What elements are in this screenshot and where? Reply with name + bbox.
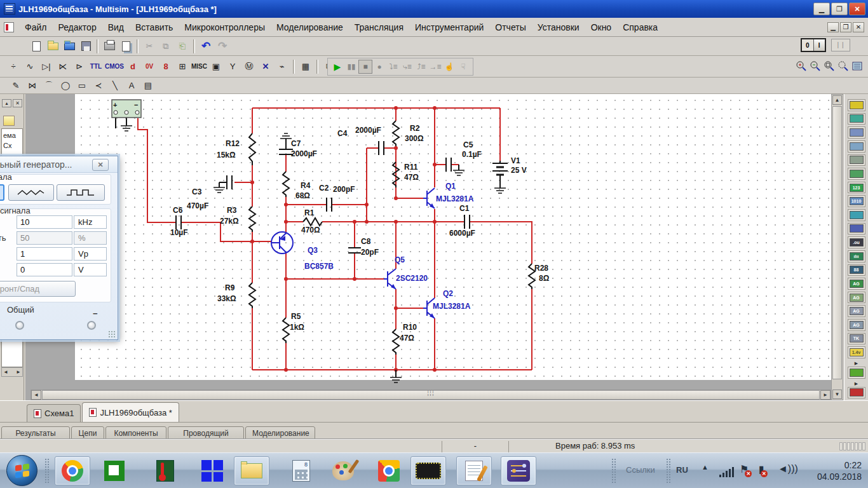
place-indicator-button[interactable]: 0V <box>141 59 158 74</box>
rise-fall-button[interactable]: Фронт/Спад <box>0 281 76 297</box>
place-comment-button[interactable]: ▤ <box>140 78 156 93</box>
scroll-up-icon[interactable]: ▲ <box>832 95 842 105</box>
place-shape-button[interactable]: ⋈ <box>24 78 41 93</box>
component-designator[interactable]: Q5 <box>395 255 405 264</box>
draw-polyline-button[interactable]: ≺ <box>90 78 107 93</box>
component-value[interactable]: 68Ω <box>295 191 310 200</box>
frequency-input[interactable] <box>17 215 72 229</box>
vertical-scroll-thumb[interactable] <box>832 106 842 379</box>
taskbar-grip[interactable] <box>44 458 50 484</box>
taskbar-notepad-button[interactable] <box>456 456 492 485</box>
component-designator[interactable]: C8 <box>361 237 370 246</box>
tray-clock[interactable]: 0:22 04.09.2018 <box>817 459 862 482</box>
dialog-resize-grip[interactable] <box>108 330 116 338</box>
run-simulation-button[interactable]: ▶ <box>330 60 344 74</box>
labview-instrument-dropdown-icon[interactable]: ▶ <box>852 381 861 387</box>
component-designator[interactable]: R9 <box>225 283 234 292</box>
pause-simulation-button[interactable]: ▮▮ <box>344 60 358 74</box>
component-value[interactable]: 300Ω <box>405 134 424 143</box>
menu-options[interactable]: Установки <box>532 20 585 35</box>
place-source-button[interactable]: ÷ <box>5 59 22 74</box>
menu-place[interactable]: Вставить <box>130 20 179 35</box>
scroll-right-icon[interactable]: ► <box>820 390 831 400</box>
canvas-horizontal-scrollbar[interactable]: ◄ ► <box>31 390 831 400</box>
component-value[interactable]: 2SC2120 <box>396 274 428 283</box>
menu-file[interactable]: Файл <box>19 20 52 35</box>
instrument-oscilloscope[interactable] <box>848 140 865 152</box>
component-value[interactable]: 8Ω <box>539 274 549 283</box>
instrument-agilent-oscilloscope[interactable]: AG <box>848 319 865 331</box>
redo-button[interactable]: ↷ <box>214 39 231 54</box>
component-value[interactable]: 6000µF <box>449 229 475 238</box>
menu-window[interactable]: Окно <box>585 20 618 35</box>
component-value[interactable]: 47Ω <box>400 334 414 342</box>
instrument-iv-analyzer[interactable]: .ou <box>848 236 865 248</box>
offset-input[interactable] <box>17 263 72 276</box>
draw-line-button[interactable]: ╲ <box>107 78 123 93</box>
record-button[interactable]: ● <box>372 60 386 74</box>
instrument-word-generator[interactable]: 1010 <box>848 195 865 207</box>
instrument-function-generator[interactable] <box>848 113 865 125</box>
instrument-logic-converter[interactable] <box>848 209 865 221</box>
tab-copper-layers[interactable]: Проводящий слой <box>168 426 244 438</box>
component-designator[interactable]: Q2 <box>443 289 453 298</box>
step-into-button[interactable]: ⤵≡ <box>386 60 400 74</box>
component-value[interactable]: 2000µF <box>291 149 317 158</box>
instrument-measurement-probe[interactable]: 1.4v <box>848 346 865 358</box>
function-generator-dialog[interactable]: Функциональный генератор... ✕ Форма сигн… <box>0 156 118 340</box>
place-diode-button[interactable]: ▷| <box>38 59 55 74</box>
instrument-agilent-multimeter[interactable]: AG <box>848 305 865 317</box>
fullscreen-button[interactable] <box>850 59 864 73</box>
instrument-spectrum-analyzer[interactable]: 88 <box>848 264 865 276</box>
draw-rectangle-button[interactable]: ▭ <box>74 78 90 93</box>
undo-button[interactable]: ↶ <box>198 39 214 54</box>
network-signal-icon[interactable] <box>719 467 734 477</box>
tray-grip[interactable] <box>666 458 671 484</box>
common-terminal[interactable] <box>15 321 24 330</box>
tab-results[interactable]: Результаты <box>1 426 70 438</box>
zoom-fit-button[interactable] <box>836 59 850 73</box>
remove-breakpoint-button[interactable]: ☟ <box>456 60 470 74</box>
component-value[interactable]: 470µF <box>187 201 208 210</box>
tab-jlh1969[interactable]: JLH1969общбаза * <box>82 402 179 422</box>
new-file-button[interactable] <box>28 39 44 54</box>
place-ttl-button[interactable]: TTL <box>88 59 104 74</box>
component-designator[interactable]: V1 <box>511 156 520 165</box>
component-designator[interactable]: C5 <box>463 140 473 149</box>
copy-button[interactable]: ⧉ <box>158 39 174 54</box>
mdi-close-button[interactable]: ✕ <box>853 22 864 32</box>
scroll-left-icon[interactable]: ◄ <box>31 390 41 400</box>
tree-item[interactable]: Сх <box>3 142 21 149</box>
taskbar-chrome2-button[interactable] <box>375 456 403 485</box>
instrument-current-clamp[interactable] <box>848 387 865 399</box>
volume-icon[interactable]: ◄))) <box>778 463 798 475</box>
component-value[interactable]: MJL3281A <box>436 194 473 203</box>
place-misc-button[interactable]: ⊞ <box>174 59 191 74</box>
component-designator[interactable]: R5 <box>291 312 301 321</box>
taskbar-paint-button[interactable] <box>329 456 357 485</box>
panel-close-button[interactable]: ✕ <box>13 99 22 107</box>
place-basic-button[interactable]: ∿ <box>22 59 38 74</box>
component-value[interactable]: 15kΩ <box>217 151 236 159</box>
place-mcu-button[interactable]: ▦ <box>297 59 314 74</box>
instrument-four-channel-oscilloscope[interactable] <box>848 154 865 166</box>
print-button[interactable] <box>101 39 118 54</box>
menu-help[interactable]: Справка <box>617 20 663 35</box>
minimize-button[interactable]: ▁ <box>813 3 830 15</box>
pages-visibility-icon[interactable] <box>3 116 15 126</box>
function-generator-instrument[interactable]: + − <box>112 100 141 118</box>
zoom-out-button[interactable] <box>808 59 822 73</box>
component-designator[interactable]: R10 <box>403 323 417 332</box>
menu-mcu[interactable]: Микроконтроллеры <box>179 20 271 35</box>
canvas-vertical-scrollbar[interactable]: ▲ ▼ <box>831 94 843 400</box>
scroll-down-icon[interactable]: ▼ <box>832 390 842 399</box>
links-toolbar[interactable]: Ссылки <box>626 465 655 475</box>
instrument-logic-analyzer[interactable] <box>848 223 865 235</box>
amplitude-unit[interactable]: Vp <box>74 247 107 261</box>
taskbar-chrome-button[interactable] <box>55 456 90 485</box>
step-over-button[interactable]: ⤷≡ <box>400 60 414 74</box>
open-sample-button[interactable] <box>61 39 78 54</box>
component-designator[interactable]: Q3 <box>308 246 318 255</box>
maximize-button[interactable]: ❐ <box>831 3 848 15</box>
duty-cycle-input[interactable] <box>17 231 72 245</box>
